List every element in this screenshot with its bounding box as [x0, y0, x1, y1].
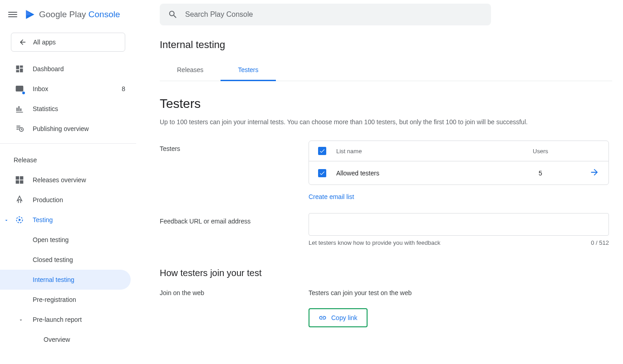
nav-pre-launch-report[interactable]: Pre-launch report — [0, 310, 136, 330]
chevron-down-icon — [4, 217, 9, 223]
tab-releases[interactable]: Releases — [160, 60, 221, 81]
copy-link-label: Copy link — [331, 314, 358, 321]
feedback-char-counter: 0 / 512 — [591, 239, 609, 246]
nav-inbox-label: Inbox — [33, 85, 113, 92]
nav-release-heading: Release — [0, 148, 136, 170]
nav-statistics[interactable]: Statistics — [0, 99, 136, 119]
nav-open-testing-label: Open testing — [33, 236, 125, 243]
table-header-row: List name Users — [309, 141, 608, 161]
join-section-title: How testers join your test — [160, 268, 612, 278]
col-header-name: List name — [336, 148, 500, 155]
nav-production-label: Production — [33, 196, 125, 204]
grid-icon — [15, 175, 25, 185]
nav-publishing-overview[interactable]: Publishing overview — [0, 119, 136, 139]
inbox-icon — [15, 84, 25, 94]
feedback-input[interactable] — [309, 213, 609, 236]
link-icon — [319, 314, 327, 322]
create-email-list-link[interactable]: Create email list — [309, 193, 354, 200]
nav-statistics-label: Statistics — [33, 105, 125, 112]
arrow-left-icon — [19, 38, 27, 46]
nav-inbox[interactable]: Inbox 8 — [0, 79, 136, 99]
nav-plr-overview-label: Overview — [44, 336, 125, 343]
nav-dashboard-label: Dashboard — [33, 65, 125, 73]
row-checkbox[interactable] — [318, 169, 326, 177]
chevron-down-icon — [18, 317, 24, 322]
nav-closed-testing-label: Closed testing — [33, 256, 125, 263]
testers-table: List name Users Allowed testers 5 — [309, 141, 609, 185]
tab-testers[interactable]: Testers — [221, 60, 275, 81]
nav-publishing-label: Publishing overview — [33, 125, 125, 132]
nav-plr-overview[interactable]: Overview — [0, 330, 136, 349]
nav-internal-testing-label: Internal testing — [33, 276, 120, 283]
nav-dashboard[interactable]: Dashboard — [0, 59, 136, 79]
testing-icon — [15, 215, 25, 225]
feedback-helper-text: Let testers know how to provide you with… — [309, 239, 441, 246]
row-arrow-button[interactable] — [581, 167, 599, 179]
nav-releases-overview[interactable]: Releases overview — [0, 170, 136, 190]
join-on-web-desc: Testers can join your test on the web — [309, 289, 612, 296]
nav-pre-registration[interactable]: Pre-registration — [0, 290, 136, 310]
copy-link-button[interactable]: Copy link — [310, 310, 366, 325]
testers-section-title: Testers — [160, 97, 612, 111]
nav-open-testing[interactable]: Open testing — [0, 230, 136, 250]
play-logo-icon — [25, 9, 36, 20]
table-row: Allowed testers 5 — [309, 161, 608, 184]
nav-testing[interactable]: Testing — [0, 210, 136, 230]
search-icon — [168, 10, 178, 19]
join-on-web-label: Join on the web — [160, 289, 309, 327]
all-apps-button[interactable]: All apps — [11, 33, 125, 52]
col-header-users: Users — [509, 148, 572, 155]
rocket-icon — [15, 195, 25, 205]
logo-google-play: Google Play — [39, 10, 86, 19]
logo-console: Console — [88, 10, 120, 19]
nav-releases-overview-label: Releases overview — [33, 176, 125, 184]
testers-field-label: Testers — [160, 141, 309, 200]
all-apps-label: All apps — [33, 39, 56, 46]
play-console-logo[interactable]: Google Play Console — [25, 9, 120, 20]
publishing-icon — [15, 124, 25, 134]
dashboard-icon — [15, 64, 25, 74]
search-bar[interactable] — [160, 4, 491, 25]
feedback-field-label: Feedback URL or email address — [160, 213, 309, 246]
page-title: Internal testing — [160, 39, 612, 51]
nav-pre-registration-label: Pre-registration — [33, 296, 125, 303]
select-all-checkbox[interactable] — [318, 147, 326, 155]
nav-pre-launch-label: Pre-launch report — [15, 316, 125, 323]
testers-section-desc: Up to 100 testers can join your internal… — [160, 117, 612, 127]
arrow-right-icon — [589, 167, 599, 177]
bar-chart-icon — [15, 104, 25, 114]
nav-closed-testing[interactable]: Closed testing — [0, 250, 136, 270]
search-input[interactable] — [185, 10, 483, 19]
nav-production[interactable]: Production — [0, 190, 136, 210]
row-users-count: 5 — [509, 170, 572, 177]
tab-bar: Releases Testers — [160, 60, 612, 81]
nav-inbox-badge: 8 — [122, 85, 125, 92]
menu-icon[interactable] — [7, 9, 18, 20]
nav-testing-label: Testing — [33, 216, 125, 223]
row-list-name: Allowed testers — [336, 170, 500, 177]
nav-internal-testing[interactable]: Internal testing — [0, 270, 131, 290]
